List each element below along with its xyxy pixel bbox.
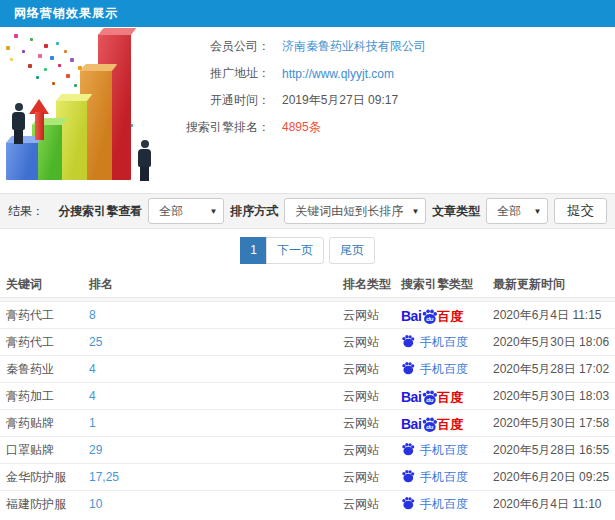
baidu-mobile-paw-icon <box>401 334 415 351</box>
engine-type-cell: Bai du 百度 <box>395 414 487 432</box>
keyword-cell: 膏药加工 <box>0 388 83 405</box>
info-value: 2019年5月27日 09:17 <box>282 92 398 109</box>
keyword-cell: 膏药代工 <box>0 334 83 351</box>
rank-cell[interactable]: 29 <box>83 443 337 457</box>
info-value-link[interactable]: http://www.qlyyjt.com <box>282 67 394 81</box>
article-type-value: 全部 <box>497 203 521 220</box>
table-header-row: 关键词 排名 排名类型 搜索引擎类型 最新更新时间 <box>0 271 615 297</box>
keyword-cell: 口罩贴牌 <box>0 442 83 459</box>
rank-type-cell: 云网站 <box>337 415 395 432</box>
rank-cell[interactable]: 17,25 <box>83 470 337 484</box>
table-row: 膏药贴牌 1 云网站 Bai du 百度 <box>0 409 615 436</box>
info-label: 开通时间： <box>170 92 270 109</box>
sort-value: 关键词由短到长排序 <box>295 203 403 220</box>
info-row: 搜索引擎排名：4895条 <box>170 114 600 141</box>
window-titlebar: 网络营销效果展示 <box>0 0 615 27</box>
submit-button[interactable]: 提交 <box>554 198 607 224</box>
chevron-down-icon: ▼ <box>533 207 541 216</box>
info-label: 搜索引擎排名： <box>170 119 270 136</box>
rank-cell[interactable]: 10 <box>83 497 337 511</box>
updated-cell: 2020年5月30日 17:58 <box>487 415 615 432</box>
updated-cell: 2020年5月28日 17:02 <box>487 361 615 378</box>
keyword-cell: 膏药贴牌 <box>0 415 83 432</box>
updated-cell: 2020年6月20日 09:25 <box>487 469 615 486</box>
chevron-down-icon: ▼ <box>209 207 217 216</box>
businessman-left-figure <box>12 103 25 144</box>
engine-type-cell: du 手机百度 <box>395 361 487 378</box>
rank-type-cell: 云网站 <box>337 361 395 378</box>
rank-type-cell: 云网站 <box>337 388 395 405</box>
updated-cell: 2020年5月30日 18:03 <box>487 388 615 405</box>
rank-type-cell: 云网站 <box>337 307 395 324</box>
rank-type-cell: 云网站 <box>337 496 395 513</box>
baidu-mobile-logo: 手机百度 <box>401 496 468 513</box>
rank-cell[interactable]: 4 <box>83 389 337 403</box>
baidu-paw-icon: du <box>421 416 438 432</box>
rank-cell[interactable]: 1 <box>83 416 337 430</box>
info-value: 4895条 <box>282 119 321 136</box>
engine-type-cell: du 手机百度 <box>395 442 487 459</box>
engine-type-cell: Bai du 百度 <box>395 387 487 405</box>
col-header-ranktype: 排名类型 <box>337 276 395 293</box>
page-title: 网络营销效果展示 <box>14 5 118 22</box>
table-row: 膏药加工 4 云网站 Bai du 百度 <box>0 382 615 409</box>
info-value-link[interactable]: 济南秦鲁药业科技有限公司 <box>282 38 426 55</box>
baidu-mobile-logo: 手机百度 <box>401 469 468 486</box>
table-row: 膏药代工 25 云网站 du <box>0 328 615 355</box>
info-label: 推广地址： <box>170 65 270 82</box>
updated-cell: 2020年6月4日 11:15 <box>487 307 615 324</box>
table-row: 膏药代工 8 云网站 Bai du 百度 <box>0 301 615 328</box>
keyword-cell: 金华防护服 <box>0 469 83 486</box>
keyword-cell: 秦鲁药业 <box>0 361 83 378</box>
keyword-rank-table: 关键词 排名 排名类型 搜索引擎类型 最新更新时间 膏药代工 8 云网站 Bai… <box>0 271 615 517</box>
pagination: 1 下一页 尾页 <box>0 229 615 271</box>
engine-type-cell: du 手机百度 <box>395 469 487 486</box>
last-page-button[interactable]: 尾页 <box>329 237 375 264</box>
results-filter-bar: 结果： 分搜索引擎查看 全部 ▼ 排序方式 关键词由短到长排序 ▼ 文章类型 全… <box>0 193 615 229</box>
businessman-right-figure <box>138 140 151 181</box>
engine-filter-value: 全部 <box>159 203 183 220</box>
member-info-panel: 会员公司：济南秦鲁药业科技有限公司推广地址：http://www.qlyyjt.… <box>0 27 615 193</box>
rank-type-cell: 云网站 <box>337 442 395 459</box>
baidu-mobile-logo: 手机百度 <box>401 361 468 378</box>
page-button-current[interactable]: 1 <box>240 237 267 264</box>
table-row: 口罩贴牌 29 云网站 du <box>0 436 615 463</box>
chart-bar-blue <box>6 142 38 180</box>
baidu-mobile-paw-icon <box>401 496 415 513</box>
baidu-mobile-paw-icon <box>401 469 415 486</box>
next-page-button[interactable]: 下一页 <box>266 237 324 264</box>
col-header-keyword: 关键词 <box>0 276 83 293</box>
svg-text:du: du <box>426 424 434 430</box>
info-label: 会员公司： <box>170 38 270 55</box>
engine-type-cell: du 手机百度 <box>395 496 487 513</box>
rank-cell[interactable]: 4 <box>83 362 337 376</box>
baidu-mobile-logo: 手机百度 <box>401 442 468 459</box>
rank-cell[interactable]: 25 <box>83 335 337 349</box>
engine-filter-select[interactable]: 全部 ▼ <box>148 198 224 224</box>
table-row: 秦鲁药业 4 云网站 du <box>0 355 615 382</box>
engine-type-cell: du 手机百度 <box>395 334 487 351</box>
rank-type-cell: 云网站 <box>337 334 395 351</box>
info-row: 会员公司：济南秦鲁药业科技有限公司 <box>170 33 600 60</box>
info-row: 开通时间：2019年5月27日 09:17 <box>170 87 600 114</box>
col-header-updated: 最新更新时间 <box>487 276 615 293</box>
col-header-engine: 搜索引擎类型 <box>395 276 487 293</box>
updated-cell: 2020年5月30日 18:06 <box>487 334 615 351</box>
article-type-select[interactable]: 全部 ▼ <box>486 198 548 224</box>
engine-type-cell: Bai du 百度 <box>395 306 487 324</box>
sort-select[interactable]: 关键词由短到长排序 ▼ <box>284 198 426 224</box>
updated-cell: 2020年5月28日 16:55 <box>487 442 615 459</box>
baidu-pc-logo: Bai du 百度 <box>401 306 463 323</box>
table-row: 金华防护服 17,25 云网站 du <box>0 463 615 490</box>
chevron-down-icon: ▼ <box>411 207 419 216</box>
member-info-list: 会员公司：济南秦鲁药业科技有限公司推广地址：http://www.qlyyjt.… <box>170 33 600 141</box>
rank-cell[interactable]: 8 <box>83 308 337 322</box>
article-type-label: 文章类型 <box>432 203 480 220</box>
updated-cell: 2020年6月4日 11:10 <box>487 496 615 513</box>
rank-type-cell: 云网站 <box>337 469 395 486</box>
baidu-paw-icon: du <box>421 389 438 405</box>
info-row: 推广地址：http://www.qlyyjt.com <box>170 60 600 87</box>
svg-text:du: du <box>426 316 434 322</box>
baidu-mobile-logo: 手机百度 <box>401 334 468 351</box>
sort-label: 排序方式 <box>230 203 278 220</box>
